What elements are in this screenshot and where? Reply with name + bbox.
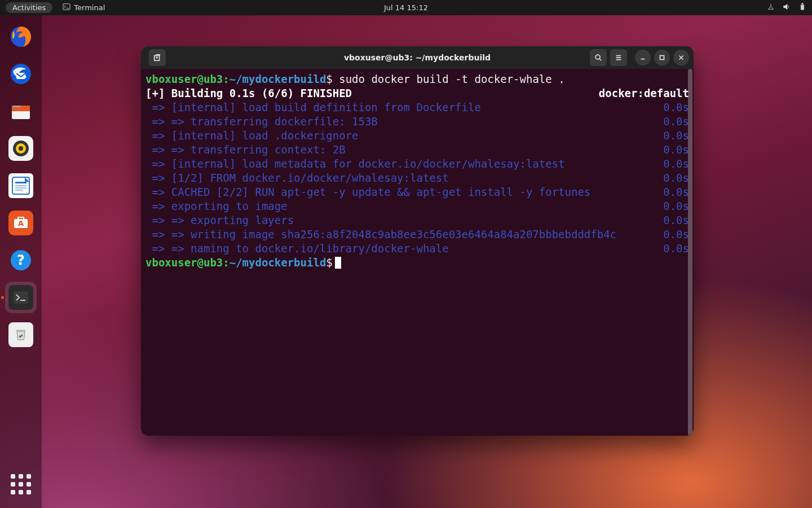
build-step-text: => => transferring context: 2B	[145, 143, 346, 157]
build-step: => => writing image sha256:a8f2048c9ab8e…	[145, 227, 689, 242]
build-step-text: => [internal] load .dockerignore	[145, 129, 359, 143]
build-step-text: => [internal] load metadata for docker.i…	[145, 157, 565, 171]
dock-writer[interactable]	[5, 170, 37, 202]
build-steps: => [internal] load build definition from…	[145, 100, 689, 256]
build-step-time: 0.0s	[663, 171, 689, 185]
terminal-icon	[8, 285, 33, 310]
build-step: => [internal] load .dockerignore0.0s	[145, 129, 689, 143]
show-applications[interactable]	[5, 468, 37, 500]
svg-rect-3	[801, 5, 804, 9]
dock-firefox[interactable]	[5, 21, 37, 52]
build-step-text: => [internal] load build definition from…	[145, 100, 481, 115]
minimize-button[interactable]	[635, 50, 651, 65]
build-step: => [internal] load build definition from…	[145, 100, 689, 115]
svg-rect-17	[15, 190, 23, 191]
svg-rect-22	[14, 291, 28, 304]
dock-help[interactable]: ?	[5, 244, 37, 276]
prompt-line-2: vboxuser@ub3:~/mydockerbuild$	[145, 256, 689, 270]
scrollbar-thumb[interactable]	[688, 69, 692, 436]
new-tab-button[interactable]	[149, 49, 166, 66]
dock: A ?	[0, 15, 42, 508]
help-icon: ?	[8, 248, 33, 273]
svg-text:?: ?	[17, 252, 25, 268]
svg-rect-0	[63, 4, 70, 10]
build-summary-right: docker:default	[599, 86, 689, 100]
libreoffice-writer-icon	[8, 173, 33, 198]
build-step-text: => => writing image sha256:a8f2048c9ab8e…	[145, 227, 616, 242]
clock[interactable]: Jul 14 15:12	[384, 3, 428, 12]
battery-icon	[798, 3, 806, 12]
cursor	[335, 257, 341, 269]
build-step-time: 0.0s	[663, 213, 689, 227]
prompt-line-1: vboxuser@ub3:~/mydockerbuild$ sudo docke…	[145, 72, 689, 86]
prompt-user: vboxuser@ub3	[145, 73, 223, 85]
build-step: => exporting to image0.0s	[145, 199, 689, 213]
volume-icon	[783, 3, 791, 12]
build-step-time: 0.0s	[663, 227, 689, 242]
build-step: => => exporting layers0.0s	[145, 213, 689, 227]
dock-trash[interactable]	[5, 319, 37, 351]
svg-point-12	[19, 146, 23, 151]
build-summary: [+] Building 0.1s (6/6) FINISHEDdocker:d…	[145, 86, 689, 100]
app-menu-label: Terminal	[74, 3, 105, 12]
build-step-time: 0.0s	[663, 115, 689, 129]
svg-rect-16	[15, 187, 27, 189]
maximize-button[interactable]	[654, 50, 670, 65]
firefox-icon	[8, 24, 33, 49]
build-step: => => transferring context: 2B0.0s	[145, 143, 689, 157]
build-step-text: => => naming to docker.io/library/docker…	[145, 242, 449, 256]
prompt-dollar: $	[326, 73, 332, 85]
dock-thunderbird[interactable]	[5, 58, 37, 90]
trash-icon	[8, 322, 33, 347]
system-status-area[interactable]	[767, 3, 806, 12]
svg-text:A: A	[18, 219, 24, 227]
scrollbar[interactable]	[687, 69, 694, 436]
svg-rect-23	[16, 330, 25, 331]
terminal-indicator-icon	[63, 3, 70, 12]
search-button[interactable]	[590, 49, 607, 66]
terminal-window: vboxuser@ub3: ~/mydockerbuild vboxuser@u…	[141, 46, 694, 436]
dock-software[interactable]: A	[5, 207, 37, 239]
prompt-path: ~/mydockerbuild	[230, 73, 326, 85]
svg-point-25	[595, 55, 600, 59]
ubuntu-software-icon: A	[8, 211, 33, 235]
apps-grid-icon	[11, 474, 31, 494]
build-step-text: => CACHED [2/2] RUN apt-get -y update &&…	[145, 185, 590, 199]
thunderbird-icon	[8, 62, 33, 86]
build-step-time: 0.0s	[663, 185, 689, 199]
dock-rhythmbox[interactable]	[5, 133, 37, 164]
top-bar: Activities Terminal Jul 14 15:12	[0, 0, 812, 15]
app-menu[interactable]: Terminal	[63, 3, 105, 12]
build-step-text: => => transferring dockerfile: 153B	[145, 115, 378, 129]
window-titlebar[interactable]: vboxuser@ub3: ~/mydockerbuild	[141, 46, 694, 69]
svg-rect-9	[12, 108, 30, 111]
svg-rect-26	[660, 56, 664, 60]
build-step-time: 0.0s	[663, 143, 689, 157]
network-icon	[767, 3, 775, 12]
build-step: => [internal] load metadata for docker.i…	[145, 157, 689, 171]
build-step-time: 0.0s	[663, 242, 689, 256]
build-step-text: => exporting to image	[145, 199, 288, 213]
files-icon	[8, 99, 33, 124]
hamburger-menu-button[interactable]	[610, 49, 627, 66]
svg-rect-2	[802, 3, 803, 5]
dock-files[interactable]	[5, 95, 37, 127]
build-step: => => naming to docker.io/library/docker…	[145, 242, 689, 256]
build-step-time: 0.0s	[663, 129, 689, 143]
svg-rect-14	[15, 182, 27, 183]
command-text: sudo docker build -t docker-whale .	[339, 73, 564, 85]
build-step: => CACHED [2/2] RUN apt-get -y update &&…	[145, 185, 689, 199]
terminal-body[interactable]: vboxuser@ub3:~/mydockerbuild$ sudo docke…	[141, 69, 694, 436]
rhythmbox-icon	[8, 136, 33, 161]
build-step-text: => [1/2] FROM docker.io/docker/whalesay:…	[145, 171, 449, 185]
build-step-text: => => exporting layers	[145, 213, 294, 227]
close-button[interactable]	[673, 50, 689, 65]
window-title: vboxuser@ub3: ~/mydockerbuild	[344, 53, 491, 62]
build-step-time: 0.0s	[663, 157, 689, 171]
build-summary-left: [+] Building 0.1s (6/6) FINISHED	[145, 86, 352, 100]
activities-button[interactable]: Activities	[6, 2, 52, 13]
dock-terminal[interactable]	[5, 282, 37, 313]
build-step: => [1/2] FROM docker.io/docker/whalesay:…	[145, 171, 689, 185]
svg-rect-15	[15, 185, 27, 186]
build-step-time: 0.0s	[663, 100, 689, 115]
